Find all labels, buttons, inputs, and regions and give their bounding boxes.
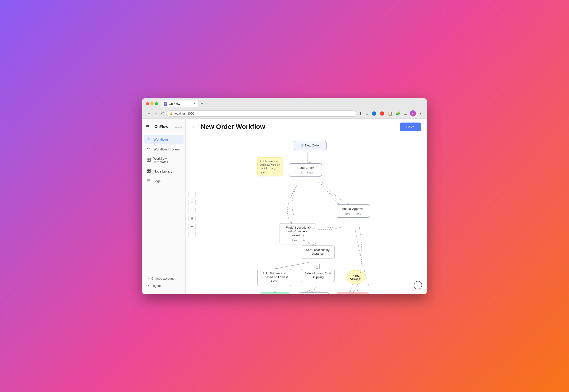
tab-favicon: ⚡ (164, 102, 167, 106)
logout-icon: ↪ (146, 284, 149, 288)
svg-rect-12 (149, 160, 150, 161)
cancel-order-node[interactable]: Cancel Order 😠 (337, 293, 369, 294)
svg-rect-15 (147, 171, 148, 172)
templates-icon (146, 158, 151, 163)
browser-menu-icon[interactable]: ⋮ (418, 111, 423, 116)
tab-title: Oh Flow (169, 102, 180, 105)
select-lowest-label: Select Lowest Cost Shipping (304, 272, 331, 280)
main-header: ← New Order Workflow Save (186, 119, 427, 135)
manual-false-label: False (355, 212, 361, 215)
logs-icon (146, 179, 151, 184)
lock-icon: 🔒 (170, 112, 173, 115)
split-shipment-label: Split Shipment ← → based on Lowest Cost (261, 272, 288, 283)
sort-locations-label: Sort Locations by Distance (304, 248, 331, 256)
sidebar-item-change-account[interactable]: ⇄ Change account (144, 275, 183, 282)
triggers-icon (146, 147, 151, 152)
bookmark-icon[interactable]: ☆ (364, 111, 369, 116)
back-button[interactable]: ← (146, 111, 151, 116)
extension2-icon[interactable]: 🔴 (379, 111, 385, 116)
workflows-icon (146, 137, 151, 142)
browser-chrome: ⚡ Oh Flow ✕ + ⌄ ← → ↺ 🔒 localhost:3000 ⬆… (142, 98, 427, 119)
app-name: OhFlow (154, 125, 168, 129)
extensions-icon[interactable]: 🧩 (395, 111, 401, 116)
lock-button[interactable] (189, 215, 195, 222)
change-account-label: Change account (152, 277, 174, 280)
sidebar-nav: Workflows Workflow Triggers Workflow Tem… (142, 135, 185, 273)
code-button[interactable]: <> (189, 231, 195, 238)
refresh-button[interactable]: ↺ (160, 111, 165, 116)
new-order-label: 🛒 New Order (297, 144, 323, 148)
forward-button[interactable]: → (153, 111, 158, 116)
share-icon[interactable]: ⬆ (358, 111, 363, 116)
fraud-false-label: False (307, 171, 314, 174)
sidebar-bottom: ⇄ Change account ↪ Logout (142, 273, 185, 290)
extension3-icon[interactable]: 📋 (387, 111, 393, 116)
sidebar-item-library[interactable]: Node Library (144, 167, 183, 176)
svg-rect-16 (149, 171, 151, 172)
logs-label: Logs (153, 179, 161, 183)
manual-approval-outputs: True False (339, 212, 366, 215)
back-button[interactable]: ← (191, 124, 197, 130)
logout-label: Logout (152, 284, 161, 288)
svg-point-7 (150, 148, 150, 149)
minimize-button[interactable] (151, 102, 153, 105)
svg-point-2 (148, 139, 149, 140)
templates-label: Workflow Templates (153, 156, 181, 164)
maximize-button[interactable] (155, 102, 158, 105)
svg-rect-9 (147, 158, 149, 160)
find-locations-node[interactable]: Find All Locations with Complete Invento… (279, 223, 316, 245)
notify-customer-node[interactable]: Notify Customer (347, 270, 365, 284)
library-icon (146, 169, 151, 174)
notify-customer-label: Notify Customer (348, 274, 364, 280)
app-version: v0.1.3 (175, 125, 182, 128)
svg-rect-10 (149, 158, 150, 160)
save-button[interactable]: Save (400, 123, 421, 131)
profile-avatar[interactable]: A (410, 110, 416, 116)
workflows-label: Workflows (153, 138, 168, 141)
manual-approval-label: Manual Approval (339, 207, 366, 211)
sidebar-item-triggers[interactable]: Workflow Triggers (144, 145, 183, 154)
extension1-icon[interactable]: 🔵 (371, 111, 377, 116)
address-bar[interactable]: 🔒 localhost:3000 (167, 110, 356, 117)
tree-button[interactable] (189, 223, 195, 230)
sidebar-item-logout[interactable]: ↪ Logout (144, 282, 183, 289)
fraud-check-node[interactable]: Fraud Check True False (289, 163, 322, 177)
tab-bar: ⚡ Oh Flow ✕ + (161, 100, 416, 107)
find-locations-outputs: None >0 (283, 239, 312, 242)
svg-point-6 (147, 148, 148, 149)
sort-locations-node[interactable]: Sort Locations by Distance (301, 246, 335, 259)
app-container: ⇌ OhFlow v0.1.3 Workflows Workflow Trigg… (142, 119, 427, 294)
sidebar-item-logs[interactable]: Logs (144, 177, 183, 186)
zoom-in-button[interactable]: + (189, 191, 195, 198)
change-account-icon: ⇄ (146, 277, 149, 280)
triggers-label: Workflow Triggers (153, 147, 180, 151)
sidebar-logo: ⇌ OhFlow v0.1.3 (142, 123, 185, 135)
split-shipment-node[interactable]: Split Shipment ← → based on Lowest Cost (257, 269, 291, 286)
nav-actions: ⬆ ☆ 🔵 🔴 📋 🧩 ▭ A ⋮ (358, 110, 423, 116)
add-node-button[interactable]: + (414, 281, 422, 289)
svg-rect-11 (147, 160, 149, 161)
tab-close-icon[interactable]: ✕ (193, 102, 195, 105)
svg-rect-20 (191, 219, 193, 220)
select-lowest-node[interactable]: Select Lowest Cost Shipping (301, 269, 335, 282)
split-view-icon[interactable]: ▭ (403, 111, 408, 116)
zoom-out-button[interactable]: − (189, 199, 195, 206)
ship-node[interactable]: Ship 📦 (260, 293, 290, 294)
manual-approval-node[interactable]: Manual Approval True False (336, 204, 370, 218)
svg-rect-13 (147, 169, 148, 170)
find-locations-label: Find All Locations with Complete Invento… (283, 226, 312, 238)
close-button[interactable] (146, 102, 149, 105)
fraud-check-outputs: True False (292, 171, 318, 174)
sidebar-item-templates[interactable]: Workflow Templates (144, 154, 183, 166)
new-tab-button[interactable]: + (199, 101, 205, 107)
find-gt0-label: >0 (302, 239, 305, 242)
active-tab[interactable]: ⚡ Oh Flow ✕ (161, 100, 198, 107)
fit-view-button[interactable] (189, 207, 195, 214)
window-menu-button[interactable]: ⌄ (419, 101, 423, 106)
sticky-note-node[interactable]: At this point the workflow waits on the … (257, 157, 283, 176)
new-order-node[interactable]: 🛒 New Order (294, 141, 327, 150)
svg-point-0 (148, 138, 149, 139)
problem-order-node[interactable]: Problem Order △ (298, 293, 329, 294)
sidebar-item-workflows[interactable]: Workflows (144, 135, 183, 144)
canvas-area[interactable]: + − <> (186, 135, 427, 294)
